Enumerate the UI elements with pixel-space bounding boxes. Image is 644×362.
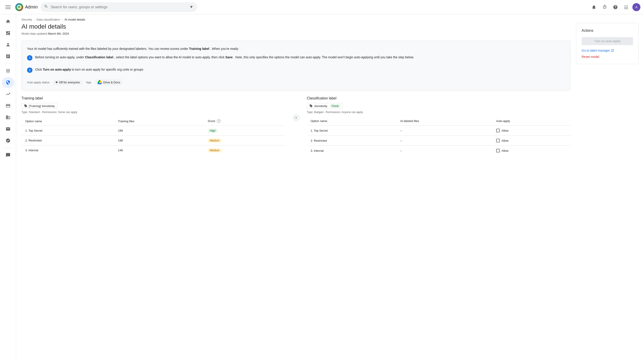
menu-icon[interactable] [4,3,12,12]
training-label-container: Training label [Training] Sensitivity Ty… [22,96,285,155]
score-help-icon[interactable]: ? [217,119,220,123]
timer-icon[interactable] [600,3,609,12]
auto-apply-cell: Allow [492,146,571,156]
page-content-wrapper: AI model details Model data updated Marc… [16,23,644,161]
allow-label: Allow [502,129,508,132]
sidebar-item-billing[interactable] [2,100,14,111]
reset-model-link[interactable]: Reset model [582,55,599,58]
sidebar-item-directory[interactable] [2,112,14,123]
search-icon [44,4,48,9]
score-cell: High [204,126,285,136]
step-2: 2 Click Turn on auto-apply to turn on au… [27,67,565,75]
search-bar[interactable]: ▼ [40,2,197,12]
table-row: 3. Internal 148 Medium [22,145,285,155]
table-row: 2. Restricted 198 Medium [22,136,285,145]
table-row: 1. Top Secret 199 High [22,126,285,136]
ai-files-cell: -- [397,146,492,156]
sidebar-item-gmail[interactable] [2,124,14,134]
page-title: AI model details [22,23,571,30]
step-1-text: Before turning on auto-apply, under Clas… [35,55,414,60]
training-label-title: Training label [22,96,285,100]
app-label: App [86,81,91,84]
table-row: 2. Restricted -- Allow [307,136,571,146]
info-text: Your AI model has sufficiently trained w… [27,46,565,51]
actions-title: Actions [582,28,633,33]
layout: Security › Data classification › AI mode… [0,14,644,362]
breadcrumb-sep-1: › [34,18,35,21]
col-option-name: Option name [22,117,114,126]
breadcrumb-current: AI model details [64,18,85,21]
go-to-label-manager-link[interactable]: Go to label manager [582,49,633,52]
search-input[interactable] [51,5,187,9]
svg-rect-0 [5,5,11,6]
notifications-icon[interactable] [590,3,598,12]
help-icon[interactable] [611,3,620,12]
svg-rect-1 [5,7,11,7]
status-badge: Off for everyone [53,80,82,85]
step-2-number: 2 [27,67,32,73]
auto-apply-cell: Allow [492,126,571,136]
sidebar-item-other[interactable] [2,135,14,146]
sidebar-divider-2 [4,148,12,148]
col-score: Score ? [204,117,285,126]
col-auto-apply: Auto-apply [492,117,571,126]
auto-apply-checkbox[interactable] [496,139,500,142]
training-table-header-row: Option name Training files Score ? [22,117,285,126]
sidebar-item-support[interactable] [2,150,14,160]
auto-apply-label: Auto-apply status [27,81,50,84]
classification-label-chip-icon [309,104,313,108]
svg-rect-2 [5,8,11,9]
apps-icon[interactable] [622,3,630,12]
option-name-cell-2: 1. Top Secret [307,126,397,136]
app-badge: Drive & Docs [95,79,123,85]
turn-on-auto-apply-button[interactable]: Turn on auto-apply [582,37,633,45]
breadcrumb-sep-2: › [62,18,62,21]
training-files-cell: 198 [114,136,204,145]
auto-apply-checkbox[interactable] [496,129,500,132]
score-cell: Medium [204,145,285,155]
arrow-connector [291,114,302,121]
sidebar-item-dashboard[interactable] [2,28,14,38]
sidebar-item-apps[interactable] [2,65,14,76]
sidebar-item-analytics[interactable] [2,89,14,99]
classification-table-header-row: Option name AI labeled files Auto-apply [307,117,571,126]
search-dropdown-icon[interactable]: ▼ [190,5,194,9]
step-1: 1 Before turning on auto-apply, under Cl… [27,55,565,63]
sidebar-item-home[interactable] [2,16,14,27]
external-link-icon [611,49,614,52]
training-label-type: Type: Standard · Permissions: Some can a… [22,111,285,114]
ai-files-cell: -- [397,136,492,146]
col-training-files: Training files [114,117,204,126]
training-files-cell: 148 [114,145,204,155]
option-name-cell: 1. Top Secret [22,126,114,136]
auto-apply-cell: Allow [492,136,571,146]
breadcrumb-security[interactable]: Security [22,18,32,21]
allow-label: Allow [502,139,508,142]
sidebar-divider [4,63,12,64]
score-cell: Medium [204,136,285,145]
option-name-cell: 2. Restricted [22,136,114,145]
logo[interactable]: Admin [15,3,38,11]
table-row: 1. Top Secret -- Allow [307,126,571,136]
sidebar-item-reports[interactable] [2,51,14,62]
step-2-text: Click Turn on auto-apply to turn on auto… [35,67,143,72]
classification-label-type: Type: Badged · Permissions: Anyone can a… [307,111,571,114]
col-ai-labeled-files: AI labeled files [397,117,492,126]
avatar[interactable]: A [632,3,640,11]
ready-badge: Ready [330,104,341,108]
label-chip-icon [24,104,28,108]
auto-apply-row: Auto-apply status Off for everyone App [27,79,565,85]
sidebar-item-users[interactable] [2,39,14,50]
main-content: Security › Data classification › AI mode… [16,14,644,362]
info-card: Your AI model has sufficiently trained w… [22,41,571,91]
page-main: AI model details Model data updated Marc… [22,23,571,156]
table-row: 3. Internal -- Allow [307,146,571,156]
sidebar-item-security[interactable] [2,77,14,88]
option-name-cell-2: 2. Restricted [307,136,397,146]
breadcrumb-data-classification[interactable]: Data classification [36,18,60,21]
classification-label-chip: Sensitivity Ready [307,103,343,109]
topbar: Admin ▼ A [0,0,644,14]
status-dot [56,81,58,83]
auto-apply-checkbox[interactable] [496,149,500,152]
breadcrumb: Security › Data classification › AI mode… [16,14,644,23]
